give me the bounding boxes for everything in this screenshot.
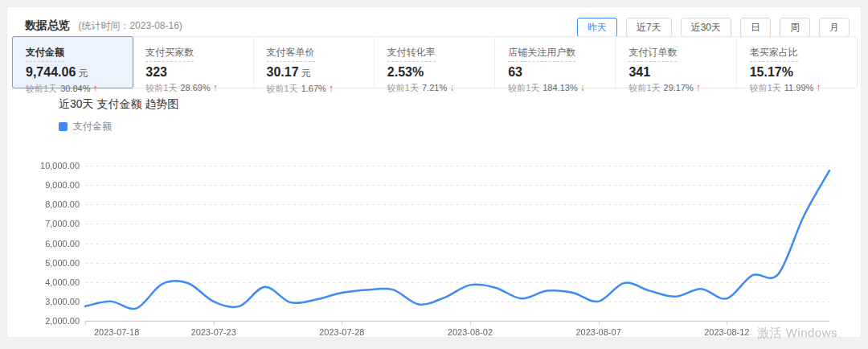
compare-label: 较前1天 xyxy=(267,84,298,93)
metric-card-payment-amount[interactable]: 支付金额 9,744.06元 较前1天30.84%↑ xyxy=(12,36,133,88)
compare-label: 较前1天 xyxy=(628,83,660,92)
metric-title: 支付金额 xyxy=(26,46,64,62)
metric-value: 15.17% xyxy=(750,65,793,79)
metric-title: 支付客单价 xyxy=(267,46,315,62)
compare-percent: 29.17% xyxy=(664,83,694,92)
metric-value-row: 30.17元 xyxy=(267,65,374,80)
range-button-week[interactable]: 周 xyxy=(780,18,810,37)
metric-card-payment-orders[interactable]: 支付订单数 341 较前1天29.17%↑ xyxy=(616,37,736,88)
metric-value: 341 xyxy=(628,65,650,79)
chart-title: 近30天 支付金额 趋势图 xyxy=(59,97,178,112)
metric-compare: 较前1天7.21%↓ xyxy=(387,82,494,94)
metric-value-row: 341 xyxy=(628,65,735,80)
stat-time-subtitle: (统计时间：2023-08-16) xyxy=(78,20,182,31)
activate-windows-watermark: 激活 Windows xyxy=(757,326,837,341)
metric-value: 30.17 xyxy=(267,65,299,79)
metric-card-returning-buyer-ratio[interactable]: 老买家占比 15.17% 较前1天11.99%↑ xyxy=(737,37,857,88)
metric-compare: 较前1天28.69%↑ xyxy=(145,82,252,94)
range-button-month[interactable]: 月 xyxy=(819,18,850,37)
metric-compare: 较前1天11.99%↑ xyxy=(750,82,857,94)
legend-swatch-icon xyxy=(59,122,68,131)
metric-compare: 较前1天29.17%↑ xyxy=(628,82,735,94)
metric-value: 2.53% xyxy=(387,65,424,79)
metric-unit: 元 xyxy=(78,68,88,79)
metric-card-shop-followers[interactable]: 店铺关注用户数 63 较前1天184.13%↓ xyxy=(495,37,616,88)
compare-label: 较前1天 xyxy=(387,83,419,92)
compare-label: 较前1天 xyxy=(26,84,57,93)
compare-label: 较前1天 xyxy=(750,83,781,92)
range-button-day[interactable]: 日 xyxy=(740,18,771,37)
compare-percent: 11.99% xyxy=(784,83,814,92)
up-arrow-icon: ↑ xyxy=(696,82,701,93)
metric-compare: 较前1天184.13%↓ xyxy=(508,82,615,94)
legend-item-payment-amount[interactable]: 支付金额 xyxy=(59,120,112,133)
up-arrow-icon: ↑ xyxy=(329,83,334,94)
metric-value-row: 9,744.06元 xyxy=(26,65,133,80)
range-button-yesterday[interactable]: 昨天 xyxy=(577,18,617,37)
up-arrow-icon: ↑ xyxy=(213,82,218,93)
metric-card-payment-buyers[interactable]: 支付买家数 323 较前1天28.69%↑ xyxy=(133,37,253,88)
compare-percent: 28.69% xyxy=(180,83,210,92)
compare-label: 较前1天 xyxy=(145,83,177,92)
metric-card-payment-conversion-rate[interactable]: 支付转化率 2.53% 较前1天7.21%↓ xyxy=(375,37,495,88)
compare-percent: 30.84% xyxy=(60,84,90,93)
legend-label: 支付金额 xyxy=(73,120,112,133)
compare-label: 较前1天 xyxy=(508,83,539,92)
metric-title: 支付买家数 xyxy=(145,46,194,62)
compare-percent: 184.13% xyxy=(542,83,577,92)
metric-value-row: 63 xyxy=(508,65,615,80)
range-button-last30days[interactable]: 近30天 xyxy=(681,18,731,37)
down-arrow-icon: ↓ xyxy=(580,82,585,93)
metric-title: 支付转化率 xyxy=(387,46,436,62)
metric-value: 63 xyxy=(508,65,522,79)
metric-cards-row: 支付金额 9,744.06元 较前1天30.84%↑ 支付买家数 323 较前1… xyxy=(12,36,858,88)
metric-value-row: 323 xyxy=(145,65,252,80)
metric-value-row: 2.53% xyxy=(387,65,494,80)
compare-percent: 1.67% xyxy=(301,84,326,93)
metric-compare: 较前1天30.84%↑ xyxy=(26,83,133,95)
metric-title: 老买家占比 xyxy=(750,46,798,62)
range-button-last7days[interactable]: 近7天 xyxy=(626,18,672,37)
metric-value: 9,744.06 xyxy=(26,65,76,79)
up-arrow-icon: ↑ xyxy=(92,83,97,94)
down-arrow-icon: ↓ xyxy=(449,82,454,93)
up-arrow-icon: ↑ xyxy=(816,82,821,93)
page-title: 数据总览 xyxy=(25,18,70,31)
metric-value: 323 xyxy=(145,65,167,79)
data-overview-panel: 数据总览 (统计时间：2023-08-16) 昨天 近7天 近30天 日 周 月… xyxy=(6,6,862,338)
dashboard-screen: { "header": { "title": "数据总览", "subtitle… xyxy=(0,0,868,349)
metric-title: 店铺关注用户数 xyxy=(508,46,575,62)
metric-compare: 较前1天1.67%↑ xyxy=(267,83,374,95)
metric-unit: 元 xyxy=(301,68,311,79)
trend-chart-canvas[interactable] xyxy=(1,138,868,339)
metric-value-row: 15.17% xyxy=(750,65,857,80)
metric-title: 支付订单数 xyxy=(628,46,677,62)
metric-card-avg-order-value[interactable]: 支付客单价 30.17元 较前1天1.67%↑ xyxy=(254,37,375,88)
date-range-button-group: 昨天 近7天 近30天 日 周 月 xyxy=(577,18,850,37)
compare-percent: 7.21% xyxy=(422,83,447,92)
